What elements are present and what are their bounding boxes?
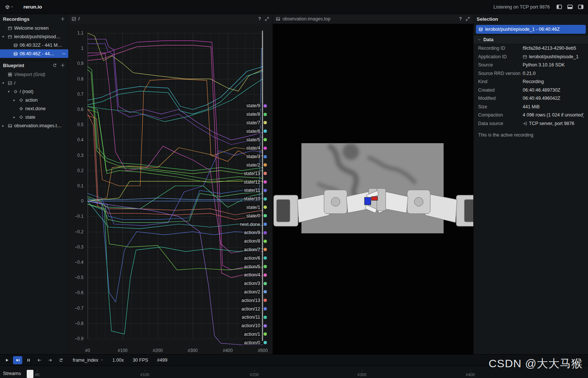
- step-forward-button[interactable]: [45, 356, 55, 364]
- legend-item[interactable]: state/4: [245, 144, 267, 152]
- playback-speed[interactable]: 1.00x: [112, 358, 124, 363]
- legend-item[interactable]: action/4: [243, 271, 267, 279]
- legend-color-dot: [264, 121, 267, 124]
- toggle-right-panel-button[interactable]: [577, 3, 584, 10]
- legend-color-dot: [264, 256, 267, 260]
- reset-blueprint-button[interactable]: [52, 63, 57, 68]
- blueprint-item[interactable]: Viewport (Grid): [0, 70, 68, 79]
- legend-color-dot: [264, 316, 267, 319]
- help-button[interactable]: ?: [258, 16, 261, 22]
- blueprint-item[interactable]: ▸observation.images.t…: [0, 121, 68, 130]
- selected-recording-item[interactable]: lerobot/pusht/episode_1 - 06:40:46Z: [476, 25, 586, 34]
- blueprint-item[interactable]: ▾/ (root): [0, 87, 68, 96]
- panel-resize-handle[interactable]: [27, 370, 33, 378]
- property-value-text: lerobot/pusht/episode_1: [529, 54, 578, 59]
- blueprint-item[interactable]: ▸state: [0, 113, 68, 121]
- timeseries-panel-title: /: [78, 16, 79, 22]
- chevron-down-icon[interactable]: ▾: [8, 89, 12, 93]
- legend-item[interactable]: state/10: [243, 195, 267, 203]
- legend-item[interactable]: action/10: [240, 322, 267, 330]
- legend-item[interactable]: action/8: [243, 237, 267, 246]
- legend-item[interactable]: action/1: [243, 330, 267, 339]
- legend-item[interactable]: state/9: [245, 102, 267, 110]
- legend-item[interactable]: state/11: [243, 186, 267, 195]
- property-label: Compaction: [478, 112, 523, 118]
- help-button[interactable]: ?: [459, 16, 462, 22]
- legend-item[interactable]: state/2: [245, 161, 267, 170]
- legend-item[interactable]: state/6: [245, 127, 267, 135]
- legend-item[interactable]: action/13: [240, 296, 267, 305]
- toggle-bottom-panel-button[interactable]: [566, 3, 574, 10]
- property-label: Application ID: [478, 54, 523, 59]
- recording-item[interactable]: 06:40:32Z - 441 M…: [0, 41, 68, 49]
- maximize-view-button[interactable]: [264, 16, 270, 22]
- follow-latest-button[interactable]: [13, 356, 22, 364]
- property-label: Kind: [478, 79, 523, 84]
- chevron-right-icon[interactable]: ▸: [2, 124, 6, 128]
- timeline-selector[interactable]: frame_index: [73, 358, 104, 363]
- legend-item[interactable]: action/12: [240, 305, 267, 313]
- tcp-status-text: Listening on TCP port 9876: [493, 4, 550, 10]
- toggle-left-panel-button[interactable]: [556, 3, 563, 10]
- pause-button[interactable]: [24, 356, 33, 364]
- legend-item[interactable]: state/0: [245, 211, 267, 220]
- legend-label: action/10: [240, 323, 261, 328]
- step-back-button[interactable]: [35, 356, 44, 364]
- legend-label: state/6: [245, 129, 261, 134]
- property-label: Created: [478, 88, 523, 93]
- pause-icon: [26, 358, 31, 362]
- blueprint-item-label: action: [25, 98, 37, 103]
- legend-item[interactable]: state/8: [245, 110, 267, 119]
- dash-icon[interactable]: [62, 52, 66, 56]
- data-section-header[interactable]: Data: [474, 35, 588, 44]
- add-view-button[interactable]: [60, 63, 65, 68]
- legend-label: action/6: [243, 256, 261, 261]
- legend-color-dot: [264, 138, 267, 141]
- legend-item[interactable]: action/5: [243, 262, 267, 271]
- play-button[interactable]: [2, 356, 12, 364]
- chevron-down-icon[interactable]: ▾: [2, 81, 6, 85]
- app-title: rerun.io: [23, 4, 42, 10]
- blueprint-item[interactable]: ▾/: [0, 79, 68, 87]
- recording-item-label: 06:40:32Z - 441 M…: [20, 43, 62, 48]
- add-recording-button[interactable]: [60, 16, 65, 22]
- legend-item[interactable]: action/0: [243, 338, 267, 347]
- legend-color-dot: [264, 231, 267, 234]
- legend-item[interactable]: state/12: [243, 178, 267, 186]
- legend-item[interactable]: action/11: [241, 313, 267, 322]
- legend-item[interactable]: state/13: [243, 169, 267, 178]
- loop-button[interactable]: [56, 356, 65, 364]
- chevron-right-icon[interactable]: ▸: [13, 115, 17, 119]
- property-label: Source: [478, 62, 523, 68]
- legend-item[interactable]: state/5: [245, 135, 267, 144]
- property-row: Data sourceTCP server, port 9876: [474, 119, 588, 128]
- legend-item[interactable]: state/7: [245, 119, 267, 127]
- maximize-view-button[interactable]: [465, 16, 470, 22]
- chevron-down-icon[interactable]: ▾: [2, 34, 6, 39]
- chevron-right-icon[interactable]: ▸: [13, 98, 17, 102]
- recording-item[interactable]: Welcome screen: [0, 24, 68, 32]
- recording-item[interactable]: 06:40:46Z - 44…: [0, 49, 68, 58]
- legend-item[interactable]: action/7: [243, 246, 267, 254]
- play-icon: [5, 358, 9, 362]
- legend-item[interactable]: state/1: [245, 203, 267, 212]
- plus-icon: [61, 63, 65, 68]
- db-icon: [13, 43, 18, 47]
- legend-item[interactable]: action/2: [243, 288, 267, 296]
- legend-item[interactable]: next.done: [239, 220, 267, 229]
- recording-item[interactable]: ▾lerobot/pusht/episod…: [0, 32, 68, 41]
- app-menu-button[interactable]: [4, 3, 15, 11]
- legend-item[interactable]: state/3: [245, 152, 267, 161]
- expand-icon: [466, 17, 470, 21]
- legend-item[interactable]: action/9: [243, 229, 267, 237]
- property-value-text: Recording: [523, 79, 544, 84]
- blueprint-item[interactable]: next.done: [0, 104, 68, 113]
- legend-label: state/4: [245, 145, 261, 151]
- legend-item[interactable]: action/6: [243, 254, 267, 262]
- legend-color-dot: [264, 265, 267, 268]
- legend-item[interactable]: action/3: [243, 279, 267, 288]
- camera-image-view[interactable]: [273, 24, 473, 354]
- legend-label: action/2: [243, 289, 261, 295]
- legend-color-dot: [264, 155, 267, 158]
- blueprint-item[interactable]: ▸action: [0, 96, 68, 104]
